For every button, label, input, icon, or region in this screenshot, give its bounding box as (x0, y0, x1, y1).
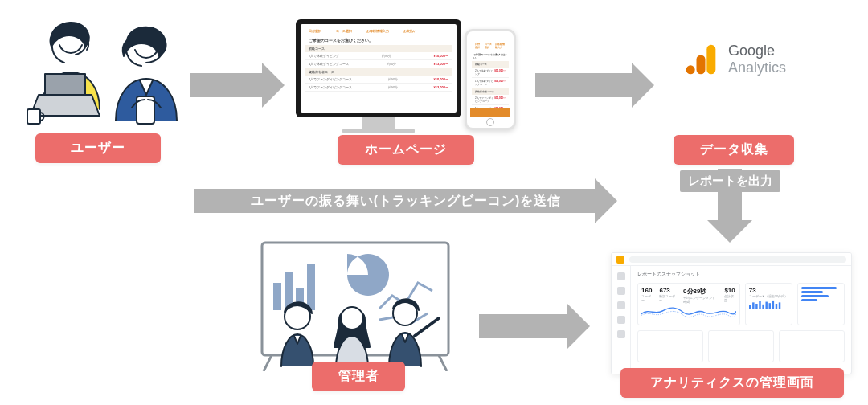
admin-illustration (259, 239, 452, 368)
svg-rect-3 (697, 55, 706, 75)
hp-tab: コース選択 (336, 29, 352, 33)
svg-rect-15 (749, 305, 751, 309)
svg-rect-0 (27, 109, 40, 124)
svg-rect-18 (759, 301, 760, 309)
svg-rect-16 (752, 302, 754, 309)
svg-rect-17 (755, 304, 757, 309)
dashboard-search (629, 256, 846, 263)
hp-tab: お客様情報入力 (366, 29, 389, 33)
arrow-homepage-to-ga (535, 63, 654, 108)
svg-rect-6 (273, 283, 281, 310)
svg-rect-19 (762, 305, 764, 309)
ga-text-line2: Analytics (728, 59, 786, 76)
label-user: ユーザー (35, 133, 161, 163)
analytics-dashboard: レポートのスナップショット 160ユーザー 673新規ユーザー 0分39秒平均エ… (611, 252, 852, 374)
hp-tab: 日付選択 (309, 29, 321, 33)
dashboard-title: レポートのスナップショット (637, 271, 845, 278)
svg-point-11 (341, 307, 363, 329)
arrow-user-to-homepage (190, 63, 285, 108)
svg-rect-21 (768, 303, 770, 309)
user-illustration (24, 14, 185, 127)
ga-icon (683, 42, 719, 77)
svg-rect-2 (706, 45, 715, 75)
arrow-report-output: レポートを出力 (707, 169, 752, 243)
arrow-tracking-text: ユーザーの振る舞い(トラッキングビーコン)を送信 (194, 193, 617, 210)
homepage-illustration: 日付選択 コース選択 お客様情報入力 お支払い ご希望のコースをお選びください。… (296, 19, 521, 132)
arrow-tracking-beacon: ユーザーの振る舞い(トラッキングビーコン)を送信 (194, 178, 617, 223)
svg-point-4 (686, 65, 695, 74)
dashboard-sidebar (612, 266, 631, 374)
ga-text-line1: Google (728, 43, 786, 59)
svg-line-13 (264, 355, 272, 371)
label-data-collection: データ収集 (674, 135, 794, 165)
svg-line-14 (439, 355, 447, 371)
svg-rect-23 (776, 304, 777, 309)
svg-rect-24 (779, 302, 780, 309)
hp-heading: ご希望のコースをお選びください。 (305, 35, 452, 45)
label-homepage: ホームページ (338, 135, 474, 165)
label-admin: 管理者 (312, 362, 405, 391)
svg-rect-20 (765, 302, 767, 309)
hp-tab: お支払い (403, 29, 416, 33)
google-analytics-logo: Google Analytics (683, 42, 786, 77)
arrow-report-text: レポートを出力 (680, 170, 780, 192)
hp-section: 資格保有者コース (305, 68, 452, 76)
ga-mini-icon (616, 256, 624, 264)
hp-section: 初級コース (305, 45, 452, 52)
svg-rect-22 (772, 301, 773, 309)
arrow-admin-to-dashboard (479, 304, 590, 349)
svg-rect-9 (307, 264, 315, 310)
label-analytics-screen: アナリティクスの管理画面 (620, 368, 844, 398)
